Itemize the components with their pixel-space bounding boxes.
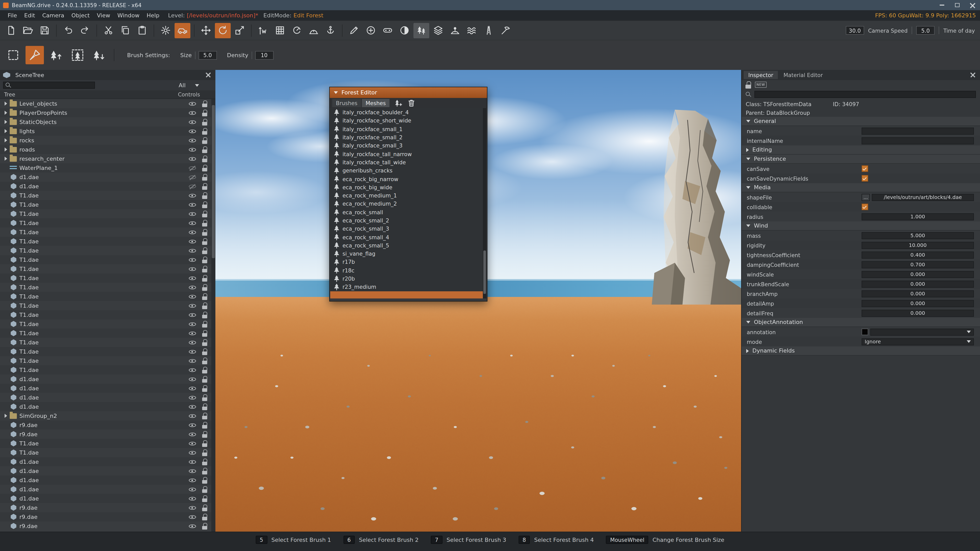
visibility-eye-icon[interactable]: [189, 357, 196, 364]
visibility-eye-icon[interactable]: [189, 394, 196, 401]
visibility-eye-icon[interactable]: [189, 413, 196, 419]
inspector-search-input[interactable]: [754, 91, 976, 98]
expand-arrow-icon[interactable]: [5, 138, 10, 142]
visibility-eye-icon[interactable]: [189, 146, 196, 153]
scene-tree-row[interactable]: T1.dae: [0, 365, 211, 375]
mesh-item[interactable]: r20b: [330, 275, 487, 283]
visibility-eye-icon[interactable]: [189, 495, 196, 502]
lock-icon[interactable]: [202, 128, 207, 135]
copy-button[interactable]: [118, 23, 133, 38]
snap-grid-button[interactable]: [272, 23, 288, 38]
paste-button[interactable]: [134, 23, 150, 38]
scene-tree-row[interactable]: r9.dae: [0, 521, 211, 530]
visibility-eye-icon[interactable]: [189, 339, 196, 346]
lock-icon[interactable]: [202, 495, 207, 502]
scrollbar[interactable]: [483, 108, 487, 299]
scene-tree-row[interactable]: T1.dae: [0, 246, 211, 255]
scene-tree-row[interactable]: T1.dae: [0, 237, 211, 246]
color-swatch[interactable]: [862, 329, 868, 335]
expand-arrow-icon[interactable]: [5, 148, 10, 151]
lock-icon[interactable]: [202, 302, 207, 309]
scene-tree-row[interactable]: T1.dae: [0, 200, 211, 209]
visibility-eye-icon[interactable]: [189, 330, 196, 337]
visibility-eye-icon[interactable]: [189, 183, 196, 189]
rotate-tool-button[interactable]: [215, 23, 231, 38]
mesh-item-selected[interactable]: [330, 291, 487, 299]
expand-arrow-icon[interactable]: [5, 414, 10, 418]
rotate-snap-button[interactable]: [289, 23, 305, 38]
camera-speed-input[interactable]: 30.0: [845, 26, 864, 35]
scene-tree-row[interactable]: d1.dae: [0, 182, 211, 191]
visibility-eye-icon[interactable]: [189, 247, 196, 254]
property-input[interactable]: 0.000: [862, 280, 974, 287]
cut-button[interactable]: [100, 23, 116, 38]
scene-tree-row[interactable]: Level_objects: [0, 99, 211, 108]
add-mesh-button[interactable]: [393, 98, 403, 108]
mesh-item[interactable]: eca_rock_medium_2: [330, 200, 487, 208]
visibility-eye-icon[interactable]: [189, 119, 196, 125]
time-of-day-input[interactable]: 5.0: [916, 26, 935, 35]
mesh-item[interactable]: eca_rock_small: [330, 208, 487, 216]
property-input[interactable]: 0.700: [862, 261, 974, 268]
menu-item[interactable]: Window: [114, 12, 143, 19]
undo-button[interactable]: [60, 23, 76, 38]
open-level-button[interactable]: [20, 23, 36, 38]
visibility-eye-icon[interactable]: [189, 302, 196, 309]
visibility-eye-icon[interactable]: [189, 284, 196, 291]
lock-icon[interactable]: [202, 339, 207, 346]
property-input[interactable]: [862, 127, 974, 135]
checkbox-checked[interactable]: [862, 165, 868, 172]
tab-brushes[interactable]: Brushes: [332, 99, 361, 107]
scene-tree-row[interactable]: r9.dae: [0, 512, 211, 521]
lock-icon[interactable]: [202, 468, 207, 474]
brush-size-input[interactable]: 5.0: [198, 51, 217, 59]
visibility-eye-icon[interactable]: [189, 523, 196, 529]
mesh-item[interactable]: si_vane_flag: [330, 249, 487, 258]
property-input[interactable]: 10.000: [862, 241, 974, 249]
mesh-item[interactable]: italy_rockface_tall_narrow: [330, 150, 487, 158]
visibility-eye-icon[interactable]: [189, 128, 196, 135]
visibility-eye-icon[interactable]: [189, 486, 196, 492]
brush-density-input[interactable]: 10: [255, 51, 273, 59]
scene-tree-row[interactable]: T1.dae: [0, 255, 211, 264]
lock-icon[interactable]: [202, 110, 207, 116]
scene-tree-row[interactable]: T1.dae: [0, 227, 211, 237]
visibility-eye-icon[interactable]: [189, 137, 196, 144]
visibility-eye-icon[interactable]: [189, 192, 196, 199]
property-input[interactable]: 0.000: [862, 310, 974, 317]
scene-tree-row[interactable]: StaticObjects: [0, 118, 211, 127]
lock-icon[interactable]: [202, 165, 207, 171]
visibility-eye-icon[interactable]: [189, 403, 196, 410]
drop-to-ground-button[interactable]: [323, 23, 339, 38]
minimize-button[interactable]: [934, 0, 950, 10]
lock-icon[interactable]: [202, 403, 207, 410]
lock-icon[interactable]: [202, 119, 207, 125]
property-input[interactable]: 5.000: [862, 232, 974, 239]
close-icon[interactable]: [205, 72, 211, 78]
visibility-eye-icon[interactable]: [189, 513, 196, 520]
visibility-eye-icon[interactable]: [189, 311, 196, 318]
visibility-eye-icon[interactable]: [189, 468, 196, 474]
scene-tree-row[interactable]: T1.dae: [0, 338, 211, 347]
visibility-eye-icon[interactable]: [189, 376, 196, 383]
menu-item[interactable]: Help: [143, 12, 163, 19]
lock-icon[interactable]: [202, 440, 207, 447]
lock-icon[interactable]: [202, 229, 207, 235]
scene-tree-row[interactable]: d1.dae: [0, 485, 211, 494]
shapefile-input[interactable]: /levels/outrun/art/blocks/4.dae: [872, 194, 974, 201]
window-titlebar[interactable]: BeamNG.drive - 0.24.0.1.13359 - RELEASE …: [0, 0, 980, 10]
lock-icon[interactable]: [202, 247, 207, 254]
column-header-controls[interactable]: Controls: [178, 91, 200, 97]
mesh-item[interactable]: eca_rock_small_2: [330, 216, 487, 225]
lock-icon[interactable]: [202, 284, 207, 291]
lock-icon[interactable]: [202, 311, 207, 318]
menu-item[interactable]: Camera: [38, 12, 68, 19]
scene-tree-row[interactable]: roads: [0, 145, 211, 154]
new-level-button[interactable]: [3, 23, 19, 38]
redo-button[interactable]: [77, 23, 93, 38]
mesh-item[interactable]: italy_rockface_small_1: [330, 125, 487, 133]
filter-dropdown[interactable]: All: [177, 82, 201, 89]
maximize-button[interactable]: [950, 0, 965, 10]
scene-tree-row[interactable]: research_center: [0, 154, 211, 163]
visibility-eye-icon[interactable]: [189, 367, 196, 373]
